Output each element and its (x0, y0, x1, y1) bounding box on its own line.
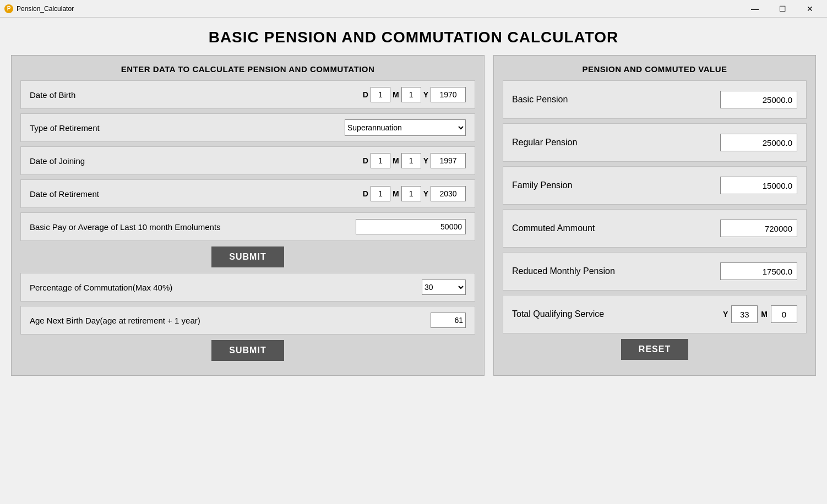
commutation-row: Percentage of Commutation(Max 40%) 10 15… (20, 273, 475, 302)
submit1-button[interactable]: SUBMIT (211, 246, 284, 267)
tqs-label: Total Qualifying Service (512, 309, 604, 319)
reduced-monthly-pension-label: Reduced Monthly Pension (512, 266, 615, 276)
title-bar: P Pension_Calculator — ☐ ✕ (0, 0, 827, 18)
close-button[interactable]: ✕ (797, 2, 823, 15)
basic-pay-label: Basic Pay or Average of Last 10 month Em… (30, 222, 221, 232)
regular-pension-value: 25000.0 (720, 134, 797, 151)
basic-pension-row: Basic Pension 25000.0 (503, 80, 807, 119)
dob-m-label: M (393, 90, 399, 99)
dor-row: Date of Retirement D M Y (20, 179, 475, 208)
dob-month-input[interactable] (401, 87, 421, 102)
basic-pay-row: Basic Pay or Average of Last 10 month Em… (20, 212, 475, 241)
basic-pension-label: Basic Pension (512, 95, 568, 105)
commutation-select[interactable]: 10 15 20 25 30 35 40 (422, 280, 466, 295)
left-panel: ENTER DATA TO CALCULATE PENSION AND COMM… (11, 55, 485, 376)
dob-d-label: D (363, 90, 368, 99)
dor-y-label: Y (423, 189, 428, 198)
dor-m-label: M (393, 189, 399, 198)
doj-d-label: D (363, 156, 368, 165)
commuted-amount-row: Commuted Ammount 720000 (503, 209, 807, 248)
right-panel: PENSION AND COMMUTED VALUE Basic Pension… (493, 55, 816, 376)
tqs-years-value: 33 (731, 305, 758, 323)
family-pension-value: 15000.0 (720, 177, 797, 194)
retirement-type-label: Type of Retirement (30, 123, 100, 133)
dor-inputs: D M Y (363, 186, 466, 201)
app-title: BASIC PENSION AND COMMUTATION CALCULATOR (0, 18, 827, 55)
tqs-m-label: M (761, 310, 768, 319)
doj-year-input[interactable] (431, 153, 466, 168)
basic-pay-input[interactable] (356, 219, 466, 234)
regular-pension-label: Regular Pension (512, 138, 577, 147)
dob-inputs: D M Y (363, 87, 466, 102)
reduced-monthly-pension-value: 17500.0 (720, 262, 797, 280)
app-icon: P (4, 4, 13, 13)
main-content: ENTER DATA TO CALCULATE PENSION AND COMM… (0, 55, 827, 387)
tqs-group: Y 33 M 0 (723, 305, 797, 323)
doj-inputs: D M Y (363, 153, 466, 168)
basic-pension-value: 25000.0 (720, 91, 797, 108)
dor-year-input[interactable] (431, 186, 466, 201)
reduced-monthly-pension-row: Reduced Monthly Pension 17500.0 (503, 252, 807, 291)
tqs-row: Total Qualifying Service Y 33 M 0 (503, 295, 807, 333)
title-bar-controls: — ☐ ✕ (742, 2, 823, 15)
dob-year-input[interactable] (431, 87, 466, 102)
age-next-birthday-input[interactable] (431, 313, 466, 328)
doj-y-label: Y (423, 156, 428, 165)
tqs-y-label: Y (723, 310, 728, 319)
dob-y-label: Y (423, 90, 428, 99)
retirement-type-select[interactable]: Superannuation VRS Compulsory Retirement… (345, 119, 466, 136)
title-bar-left: P Pension_Calculator (4, 4, 74, 13)
dor-d-label: D (363, 189, 368, 198)
doj-month-input[interactable] (401, 153, 421, 168)
dob-label: Date of Birth (30, 90, 75, 100)
submit2-button[interactable]: SUBMIT (211, 340, 284, 361)
reset-row: RESET (503, 339, 807, 360)
minimize-button[interactable]: — (742, 2, 768, 15)
right-panel-title: PENSION AND COMMUTED VALUE (503, 64, 807, 74)
maximize-button[interactable]: ☐ (770, 2, 795, 15)
family-pension-row: Family Pension 15000.0 (503, 166, 807, 205)
submit1-row: SUBMIT (20, 246, 475, 267)
dob-day-input[interactable] (371, 87, 390, 102)
doj-day-input[interactable] (371, 153, 390, 168)
doj-label: Date of Joining (30, 156, 85, 166)
regular-pension-row: Regular Pension 25000.0 (503, 123, 807, 162)
dor-day-input[interactable] (371, 186, 390, 201)
age-next-birthday-label: Age Next Birth Day(age at retirement + 1… (30, 316, 200, 325)
dor-label: Date of Retirement (30, 189, 99, 199)
dor-month-input[interactable] (401, 186, 421, 201)
commuted-amount-value: 720000 (720, 220, 797, 237)
tqs-months-value: 0 (771, 305, 797, 323)
dob-row: Date of Birth D M Y (20, 80, 475, 109)
window-title: Pension_Calculator (17, 5, 74, 13)
doj-row: Date of Joining D M Y (20, 146, 475, 175)
left-panel-title: ENTER DATA TO CALCULATE PENSION AND COMM… (20, 64, 475, 74)
family-pension-label: Family Pension (512, 180, 572, 190)
age-next-birthday-row: Age Next Birth Day(age at retirement + 1… (20, 306, 475, 335)
submit2-row: SUBMIT (20, 340, 475, 361)
commuted-amount-label: Commuted Ammount (512, 223, 595, 233)
reset-button[interactable]: RESET (621, 339, 688, 360)
doj-m-label: M (393, 156, 399, 165)
retirement-type-row: Type of Retirement Superannuation VRS Co… (20, 113, 475, 142)
commutation-label: Percentage of Commutation(Max 40%) (30, 283, 172, 292)
